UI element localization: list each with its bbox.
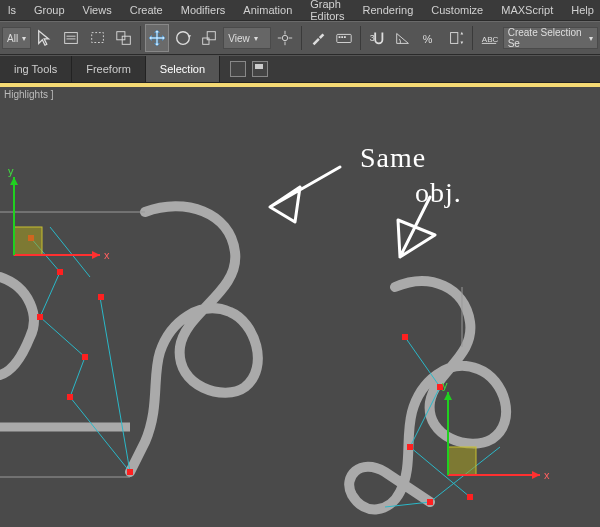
svg-rect-38: [127, 469, 133, 475]
svg-rect-15: [339, 36, 341, 38]
move-icon[interactable]: [145, 24, 169, 52]
tab-modeling-tools[interactable]: ing Tools: [0, 56, 72, 82]
select-by-name-icon[interactable]: [59, 24, 83, 52]
svg-rect-0: [65, 33, 78, 44]
svg-line-46: [405, 337, 440, 387]
svg-rect-54: [467, 494, 473, 500]
ribbon-bar: ing Tools Freeform Selection: [0, 55, 600, 83]
svg-rect-34: [37, 314, 43, 320]
svg-text:%: %: [423, 33, 433, 45]
tab-selection[interactable]: Selection: [146, 56, 220, 82]
menu-help[interactable]: Help: [571, 4, 594, 16]
axis-y-label: y: [8, 165, 14, 177]
spinner-snap-icon[interactable]: [443, 24, 467, 52]
right-spline-object[interactable]: [335, 281, 580, 527]
named-sel-icon[interactable]: ABC: [477, 24, 501, 52]
svg-marker-41: [92, 251, 100, 259]
manipulate-icon[interactable]: [306, 24, 330, 52]
toolbar-separator: [140, 26, 141, 50]
axis-x-label: x: [104, 249, 110, 261]
svg-rect-56: [448, 447, 476, 475]
toolbar-separator: [360, 26, 361, 50]
svg-line-28: [70, 357, 85, 397]
left-vertices[interactable]: [28, 235, 133, 475]
svg-rect-3: [91, 33, 103, 43]
svg-rect-8: [207, 32, 215, 40]
svg-rect-55: [427, 499, 433, 505]
main-toolbar: All View 3 % ABC Creat: [0, 21, 600, 55]
angle-snap-icon[interactable]: [391, 24, 415, 52]
svg-text:y: y: [442, 379, 448, 391]
svg-marker-58: [532, 471, 540, 479]
menu-bar: ls Group Views Create Modifiers Animatio…: [0, 0, 600, 21]
keyboard-shortcut-icon[interactable]: [332, 24, 356, 52]
menu-ls[interactable]: ls: [8, 4, 16, 16]
menu-create[interactable]: Create: [130, 4, 163, 16]
snap-toggle-icon[interactable]: 3: [365, 24, 389, 52]
scene-svg: x y: [0, 87, 600, 527]
svg-rect-7: [203, 38, 209, 44]
pivot-center-icon[interactable]: [273, 24, 297, 52]
tab-freeform[interactable]: Freeform: [72, 56, 146, 82]
menu-modifiers[interactable]: Modifiers: [181, 4, 226, 16]
svg-point-6: [177, 32, 190, 45]
svg-rect-36: [67, 394, 73, 400]
toolbar-separator: [301, 26, 302, 50]
selection-set-dropdown[interactable]: Create Selection Se: [503, 27, 598, 49]
svg-line-29: [70, 397, 130, 472]
percent-snap-icon[interactable]: %: [417, 24, 441, 52]
svg-line-27: [40, 317, 85, 357]
svg-text:ABC: ABC: [481, 35, 497, 44]
menu-rendering[interactable]: Rendering: [363, 4, 414, 16]
svg-rect-20: [450, 33, 457, 44]
svg-line-31: [50, 227, 90, 277]
svg-point-9: [282, 35, 287, 40]
svg-rect-37: [98, 294, 104, 300]
svg-text:x: x: [544, 469, 550, 481]
toolbar-separator: [472, 26, 473, 50]
menu-views[interactable]: Views: [83, 4, 112, 16]
menu-customize[interactable]: Customize: [431, 4, 483, 16]
ribbon-minimize-icon[interactable]: [252, 61, 268, 77]
window-crossing-icon[interactable]: [112, 24, 136, 52]
svg-rect-33: [57, 269, 63, 275]
svg-marker-60: [444, 392, 452, 400]
select-object-icon[interactable]: [33, 24, 57, 52]
scale-icon[interactable]: [197, 24, 221, 52]
ref-coord-dropdown[interactable]: View: [223, 27, 271, 49]
svg-rect-51: [402, 334, 408, 340]
rotate-icon[interactable]: [171, 24, 195, 52]
svg-rect-16: [341, 36, 343, 38]
svg-line-30: [100, 297, 130, 472]
left-axis-gizmo[interactable]: x y: [8, 165, 110, 261]
svg-rect-35: [82, 354, 88, 360]
handwritten-annotation: Same obj.: [270, 142, 462, 257]
menu-maxscript[interactable]: MAXScript: [501, 4, 553, 16]
ribbon-toggle-icon[interactable]: [230, 61, 246, 77]
svg-line-26: [40, 272, 60, 317]
svg-text:Same: Same: [360, 142, 426, 173]
menu-group[interactable]: Group: [34, 4, 65, 16]
svg-text:3: 3: [370, 33, 375, 43]
svg-marker-43: [10, 177, 18, 185]
svg-rect-39: [14, 227, 42, 255]
svg-rect-17: [344, 36, 346, 38]
selection-filter-dropdown[interactable]: All: [2, 27, 31, 49]
left-bezier-handles: [30, 227, 130, 472]
rect-select-icon[interactable]: [85, 24, 109, 52]
svg-rect-53: [407, 444, 413, 450]
svg-rect-14: [337, 34, 351, 42]
menu-grapheditors[interactable]: Graph Editors: [310, 0, 344, 22]
menu-animation[interactable]: Animation: [243, 4, 292, 16]
svg-text:obj.: obj.: [415, 177, 462, 208]
viewport[interactable]: Highlights ]: [0, 83, 600, 527]
